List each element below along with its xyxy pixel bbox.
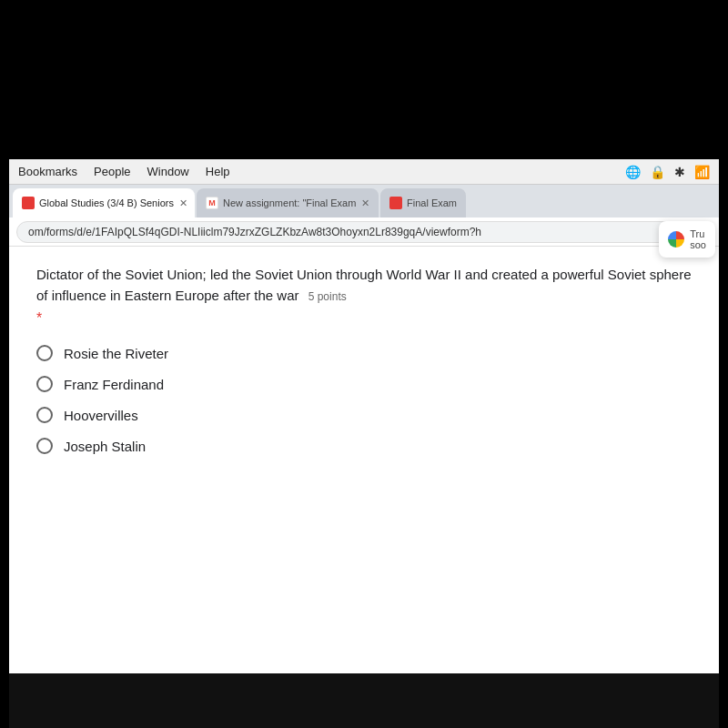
menu-window[interactable]: Window — [147, 165, 189, 178]
right-bezel — [719, 0, 728, 728]
menu-help[interactable]: Help — [206, 165, 230, 178]
tab-close-1[interactable]: ✕ — [179, 197, 187, 209]
option-rosie[interactable]: Rosie the Riveter — [36, 345, 692, 361]
question-body: Dictator of the Soviet Union; led the So… — [36, 267, 692, 303]
menu-people[interactable]: People — [94, 165, 130, 178]
bottom-bezel — [0, 673, 728, 728]
required-star: * — [36, 310, 42, 326]
screen-wrapper: Bookmarks People Window Help 🌐 🔒 ✱ 📶 Glo… — [0, 0, 728, 728]
globe-icon: 🌐 — [625, 165, 641, 179]
wifi-icon: 📶 — [694, 165, 710, 179]
left-bezel — [0, 0, 9, 728]
radio-stalin[interactable] — [36, 438, 53, 454]
menu-bar-icons: 🌐 🔒 ✱ 📶 — [625, 165, 710, 179]
gmail-m-icon: M — [208, 198, 216, 207]
bluetooth-icon: ✱ — [674, 165, 685, 179]
tab-label-3: Final Exam — [407, 197, 457, 208]
address-bar-row: om/forms/d/e/1FAIpQLSf4qGDI-NLIiiclm79Jz… — [9, 217, 719, 247]
tab-global-studies[interactable]: Global Studies (3/4 B) Seniors ✕ — [13, 188, 195, 217]
tab-close-2[interactable]: ✕ — [361, 197, 369, 209]
required-indicator: * — [36, 310, 692, 327]
option-label-hoovervilles: Hoovervilles — [64, 408, 138, 423]
points-badge: 5 points — [308, 290, 347, 303]
option-label-rosie: Rosie the Riveter — [64, 346, 168, 361]
option-hoovervilles[interactable]: Hoovervilles — [36, 407, 692, 423]
tab-favicon-2: M — [206, 197, 218, 209]
tab-bar: Global Studies (3/4 B) Seniors ✕ M New a… — [9, 185, 719, 217]
top-bezel — [0, 0, 728, 159]
tab-favicon-1 — [22, 197, 35, 209]
option-label-stalin: Joseph Stalin — [64, 439, 146, 454]
tab-favicon-3 — [389, 197, 402, 209]
option-label-franz: Franz Ferdinand — [64, 377, 164, 392]
menu-bar: Bookmarks People Window Help 🌐 🔒 ✱ 📶 — [9, 159, 719, 185]
tab-final-exam[interactable]: Final Exam — [380, 188, 466, 217]
address-bar[interactable]: om/forms/d/e/1FAIpQLSf4qGDI-NLIiiclm79Jz… — [16, 221, 712, 243]
radio-franz[interactable] — [36, 376, 53, 392]
option-franz[interactable]: Franz Ferdinand — [36, 376, 692, 392]
radio-rosie[interactable] — [36, 345, 53, 361]
tab-label-1: Global Studies (3/4 B) Seniors — [39, 197, 174, 208]
question-text: Dictator of the Soviet Union; led the So… — [36, 265, 692, 306]
browser-screen: Bookmarks People Window Help 🌐 🔒 ✱ 📶 Glo… — [9, 159, 719, 673]
radio-hoovervilles[interactable] — [36, 407, 53, 423]
lock-icon: 🔒 — [650, 165, 665, 179]
tab-new-assignment[interactable]: M New assignment: "Final Exam ✕ — [197, 188, 379, 217]
option-stalin[interactable]: Joseph Stalin — [36, 438, 692, 454]
tab-label-2: New assignment: "Final Exam — [223, 197, 356, 208]
options-list: Rosie the Riveter Franz Ferdinand Hoover… — [36, 345, 692, 454]
url-text: om/forms/d/e/1FAIpQLSf4qGDI-NLIiiclm79Jz… — [28, 226, 481, 238]
menu-bookmarks[interactable]: Bookmarks — [18, 165, 77, 178]
content-area: Dictator of the Soviet Union; led the So… — [9, 247, 719, 673]
